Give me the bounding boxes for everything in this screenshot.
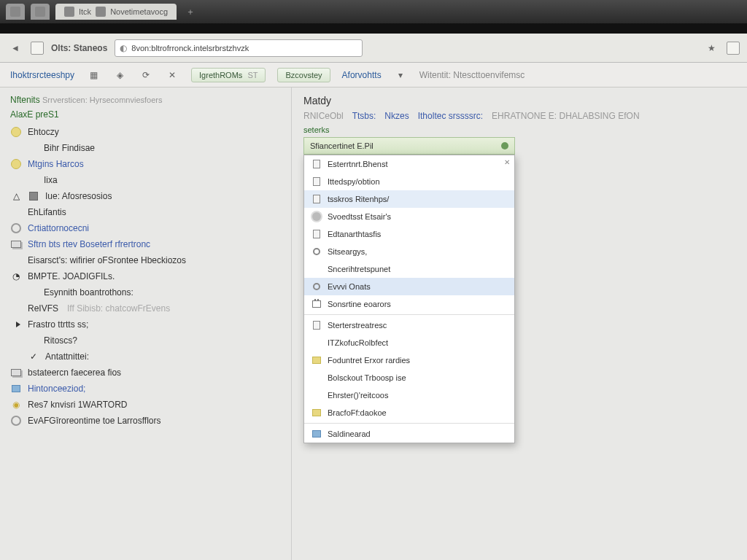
dropdown-item[interactable]: tsskros Ritenhps/ bbox=[304, 190, 514, 208]
tab-label: Itck bbox=[79, 7, 91, 16]
circle-icon bbox=[311, 246, 322, 257]
tab-item[interactable]: Ttsbs: bbox=[352, 111, 376, 121]
toolbar-button-2[interactable]: Bzcovstey bbox=[277, 68, 330, 82]
sidebar-item[interactable]: Ritoscs? bbox=[10, 332, 281, 349]
new-tab-button[interactable]: ＋ bbox=[182, 4, 198, 20]
bookmark-icon[interactable]: ★ bbox=[703, 40, 719, 56]
tab-item[interactable]: Itholtec srssssrc: bbox=[418, 111, 483, 121]
back-button[interactable]: ◄ bbox=[7, 40, 23, 56]
toolbar-link-1[interactable]: Aforvohtts bbox=[342, 70, 382, 80]
sidebar-item-label: Ritoscs? bbox=[44, 335, 77, 346]
sidebar-item[interactable]: bstateercn faecerea fios bbox=[10, 365, 281, 381]
toolbar-icon-3[interactable]: ✕ bbox=[165, 69, 179, 82]
sidebar-header: Nftenits Srrversticen: Hyrsecomnviesfoer… bbox=[10, 95, 281, 105]
dropdown-item[interactable]: Foduntret Erxor rardies bbox=[304, 351, 514, 369]
dropdown-close-icon[interactable]: ✕ bbox=[504, 158, 510, 166]
folder-icon bbox=[311, 408, 322, 418]
dropdown-item-label: Sitseargys, bbox=[328, 247, 367, 256]
window-divider bbox=[0, 23, 747, 34]
sidebar-item[interactable]: △Iue: Afosresosios bbox=[10, 188, 281, 204]
menu-icon[interactable] bbox=[727, 42, 740, 55]
sidebar-item-label: ReIVFS bbox=[28, 303, 58, 314]
sidebar-item-label: Eisarsct's: wifirier oFSrontee Hbeckiozo… bbox=[28, 255, 186, 265]
item-icon bbox=[311, 390, 322, 400]
address-bar[interactable]: ◐ bbox=[115, 39, 363, 57]
item-icon bbox=[311, 264, 322, 274]
dropdown-item[interactable]: Edtanarthtasfis bbox=[304, 225, 514, 243]
browser-tab-1[interactable]: Itck Novetimetavocg bbox=[55, 4, 177, 20]
sidebar-item[interactable]: Iixa bbox=[10, 172, 281, 188]
sidebar-panel: Nftenits Srrversticen: Hyrsecomnviesfoer… bbox=[0, 88, 292, 560]
dropdown-icon[interactable]: ▾ bbox=[393, 69, 408, 82]
dropdown-item[interactable]: Ittedspy/obtion bbox=[304, 173, 514, 190]
spacer-icon bbox=[26, 287, 38, 298]
sidebar-item[interactable]: ◔BMPTE. JOADIGFILs. bbox=[10, 268, 281, 284]
dropdown-item[interactable]: Sonsrtine eoarors bbox=[304, 295, 514, 313]
toolbar-text: Witentit: Ntescttoenvifemsc bbox=[419, 70, 525, 80]
dropdown-item-label: BracfoFf:daokoe bbox=[328, 408, 387, 417]
toolbar-button-1[interactable]: IgrethROMs ST bbox=[191, 68, 266, 82]
category-dropdown[interactable]: Sfiancertinet E.Pil ✕ Esterrtnrt.BhenstI… bbox=[303, 137, 515, 155]
sidebar-item-label: BMPTE. JOADIGFILs. bbox=[28, 271, 115, 281]
tab-item[interactable]: Nkzes bbox=[384, 111, 409, 121]
browser-tab-small[interactable] bbox=[31, 4, 50, 20]
dropdown-item[interactable]: Ehrster()'reitcoos bbox=[304, 386, 514, 404]
spacer-icon bbox=[26, 335, 38, 346]
folder-icon bbox=[311, 355, 322, 365]
toolbar-icon-2[interactable]: ◈ bbox=[112, 69, 127, 82]
dropdown-item[interactable]: Evvvi Onats bbox=[304, 278, 514, 295]
dropdown-separator bbox=[304, 314, 514, 315]
sidebar-item[interactable]: ✓Antattnittei: bbox=[10, 349, 281, 365]
dropdown-item[interactable]: Svoedtsst Etsair's bbox=[304, 208, 514, 225]
dropdown-label: seterks bbox=[303, 125, 735, 134]
sidebar-item-label: Mtgins Harcos bbox=[28, 159, 84, 169]
sidebar-item[interactable]: Frastro ttrtts ss; bbox=[10, 316, 281, 332]
sidebar-item[interactable]: Hintonceeziod; bbox=[10, 381, 281, 397]
dropdown-item[interactable]: Saldinearad bbox=[304, 425, 514, 443]
toolbar-icon-1[interactable]: ▦ bbox=[86, 69, 101, 82]
sidebar-item[interactable]: Ehtoczy bbox=[10, 124, 281, 140]
dropdown-item[interactable]: Sncerihtretspunet bbox=[304, 260, 514, 278]
window-control-icon[interactable] bbox=[6, 4, 25, 20]
document-icon bbox=[311, 320, 322, 330]
sidebar-item-label: Ehtoczy bbox=[28, 127, 59, 137]
dropdown-item[interactable]: Esterrtnrt.Bhenst bbox=[304, 155, 514, 173]
tab-item[interactable]: RNICeObl bbox=[303, 111, 344, 121]
dropdown-item[interactable]: ITZkofucRolbfect bbox=[304, 334, 514, 351]
dropdown-item-label: Svoedtsst Etsair's bbox=[328, 212, 391, 221]
browser-titlebar: Itck Novetimetavocg ＋ bbox=[0, 0, 747, 23]
document-icon bbox=[311, 229, 322, 239]
dropdown-item[interactable]: Sitseargys, bbox=[304, 243, 514, 260]
sidebar-item-label: Sftrn bts rtev Boseterf rfrertronc bbox=[28, 239, 150, 249]
spacer-icon bbox=[10, 206, 22, 218]
sidebar-item[interactable]: Esynnith boantrothons: bbox=[10, 284, 281, 300]
sidebar-section: AlaxE preS1 bbox=[10, 109, 281, 120]
refresh-icon[interactable]: ⟳ bbox=[139, 69, 153, 82]
panel-icon bbox=[311, 429, 322, 439]
sidebar-item[interactable]: Eisarsct's: wifirier oFSrontee Hbeckiozo… bbox=[10, 252, 281, 268]
dropdown-item[interactable]: Bolsckout Trboosp ise bbox=[304, 369, 514, 386]
dropdown-item[interactable]: BracfoFf:daokoe bbox=[304, 404, 514, 421]
sidebar-item[interactable]: Crtiattornocecni bbox=[10, 220, 281, 236]
sidebar-item-label: Frastro ttrtts ss; bbox=[28, 319, 88, 330]
app-brand[interactable]: Ihoktrsrcteeshpy bbox=[10, 70, 74, 80]
badge-icon: ◉ bbox=[10, 399, 22, 411]
circle-icon bbox=[311, 281, 322, 292]
sidebar-item[interactable]: Mtgins Harcos bbox=[10, 156, 281, 172]
dropdown-item-label: Esterrtnrt.Bhenst bbox=[328, 160, 388, 168]
sidebar-item[interactable]: ◉Res7 knvisri 1WARTORD bbox=[10, 397, 281, 413]
bullet-icon bbox=[10, 158, 22, 170]
sidebar-item[interactable]: EhLifantis bbox=[10, 204, 281, 220]
url-input[interactable] bbox=[131, 44, 357, 52]
sidebar-item[interactable]: Bihr Findisae bbox=[10, 140, 281, 156]
dropdown-item-label: Evvvi Onats bbox=[328, 282, 371, 291]
address-label: Olts: Staneos bbox=[51, 43, 107, 53]
dropdown-selected[interactable]: Sfiancertinet E.Pil bbox=[303, 137, 515, 155]
sidebar-item[interactable]: ReIVFSIff Sibisb: chatcowFrEvens bbox=[10, 300, 281, 316]
spacer-icon bbox=[10, 254, 22, 266]
dropdown-item[interactable]: Sterterstreatresc bbox=[304, 316, 514, 334]
sidebar-item[interactable]: Sftrn bts rtev Boseterf rfrertronc bbox=[10, 236, 281, 252]
sidebar-item[interactable]: EvAFGîroreontime toe Larrosfflors bbox=[10, 413, 281, 429]
content-area: Nftenits Srrversticen: Hyrsecomnviesfoer… bbox=[0, 88, 747, 560]
sidebar-item-label: Iixa bbox=[44, 175, 58, 185]
